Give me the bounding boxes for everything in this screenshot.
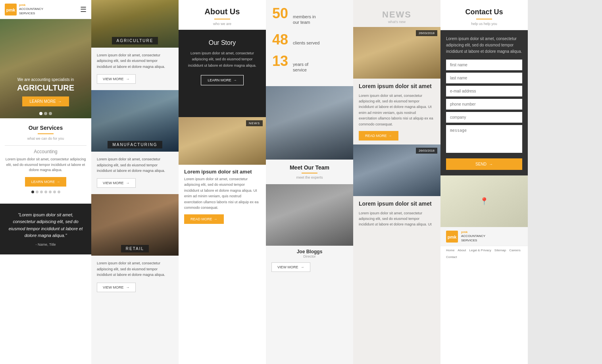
news-read-more-button[interactable]: READ MORE → — [184, 214, 224, 224]
email-input[interactable] — [446, 86, 522, 96]
news-article-text: Lorem ipsum dolor sit amet, consectetur … — [179, 176, 266, 210]
learn-btn-label: LEARN MORE — [31, 180, 55, 184]
learn-more-button[interactable]: LEARN MORE → — [25, 177, 67, 187]
article2-text: Lorem ipsum dolor sit amet, consectetur … — [353, 210, 440, 227]
map-inner: 📍 — [440, 175, 528, 227]
quote-text: "Lorem ipsum dolor sit amet, consectetur… — [6, 212, 85, 239]
footer-logo-icon: pmk — [446, 231, 458, 243]
column-1: pmk pmk ACCOUNTANCY SERVICES ☰ We are ac… — [0, 0, 91, 364]
footer-nav-about[interactable]: About — [458, 248, 466, 252]
contact-line — [476, 19, 492, 19]
hero-learn-more-button[interactable]: LEARN MORE → — [22, 96, 69, 106]
retail-label: RETAIL — [91, 245, 179, 252]
manufacturing-label: MANUFACTURING — [91, 141, 179, 148]
dot-3[interactable] — [49, 112, 52, 115]
footer-nav-sitemap[interactable]: Sitemap — [494, 248, 506, 252]
agriculture-view-more-button[interactable]: VIEW MORE → — [97, 74, 136, 84]
map-pin-icon: 📍 — [480, 197, 489, 206]
services-line — [38, 133, 54, 134]
stat-members: 50 members inour team — [272, 6, 347, 25]
cdot-5[interactable] — [49, 191, 52, 193]
cdot-4[interactable] — [44, 191, 47, 193]
view-btn-label: VIEW MORE — [103, 77, 124, 81]
contact-title: Contact Us — [446, 8, 522, 16]
stat-clients-number: 48 — [272, 33, 288, 47]
view-btn-label-mfg: VIEW MORE — [103, 181, 124, 185]
retail-view-more-button[interactable]: VIEW MORE → — [97, 283, 136, 292]
team-sub: meet the experts — [271, 175, 348, 179]
hero-btn-label: LEARN MORE — [29, 99, 56, 104]
news-article-title: Lorem ipsum dolor sit amet — [179, 165, 266, 176]
manufacturing-view-more-button[interactable]: VIEW MORE → — [97, 178, 136, 188]
arrow-icon: → — [126, 77, 130, 81]
logo-icon: pmk — [5, 4, 17, 15]
member-view-more-button[interactable]: VIEW MORE → — [271, 262, 310, 272]
header: pmk pmk ACCOUNTANCY SERVICES ☰ — [0, 0, 91, 19]
story-learn-more-button[interactable]: LEARN MORE → — [201, 75, 244, 85]
service-text: Lorem ipsum dolor sit amet, consectetur … — [5, 157, 87, 173]
divider — [5, 145, 87, 146]
svg-text:pmk: pmk — [448, 235, 457, 239]
agriculture-text: Lorem ipsum dolor sit amet, consectetur … — [91, 48, 179, 74]
footer-nav-contact[interactable]: Contact — [446, 255, 457, 259]
arrow-icon: → — [301, 265, 304, 269]
news-badge: NEWS — [246, 120, 263, 126]
phone-input[interactable] — [446, 99, 522, 110]
team-section: Meet Our Team meet the experts — [266, 160, 353, 184]
story-title: Our Story — [185, 39, 260, 46]
cdot-1[interactable] — [31, 191, 34, 193]
team-image — [266, 86, 353, 160]
about-section: About Us who we are — [179, 0, 266, 30]
cdot-2[interactable] — [36, 191, 38, 193]
service-name: Accounting — [5, 149, 87, 154]
footer-nav-careers[interactable]: Careers — [509, 248, 520, 252]
article1-read-more-button[interactable]: READ MORE → — [359, 131, 398, 141]
stat-years: 13 years ofservice — [272, 54, 347, 73]
map: 📍 — [440, 175, 528, 227]
footer-logo-text: pmk ACCOUNTANCY SERVICES — [461, 230, 485, 243]
retail-text: Lorem ipsum dolor sit amet, consectetur … — [91, 256, 179, 282]
stat-members-number: 50 — [272, 6, 288, 21]
cdot-3[interactable] — [40, 191, 43, 193]
article1-image: 26/03/2018 — [353, 27, 440, 79]
retail-image: RETAIL — [91, 194, 179, 256]
cdot-6[interactable] — [53, 191, 56, 193]
article2-image: 26/03/2018 — [353, 144, 440, 196]
retail-tag: RETAIL — [121, 245, 149, 252]
column-6: Contact Us help us help you Lorem ipsum … — [440, 0, 528, 364]
quote-section: "Lorem ipsum dolor sit amet, consectetur… — [0, 204, 91, 254]
view-btn-label-retail: VIEW MORE — [103, 285, 124, 289]
stats-section: 50 members inour team 48 clients served … — [266, 0, 353, 86]
first-name-input[interactable] — [446, 60, 522, 70]
footer-nav-legal[interactable]: Legal & Privacy — [469, 248, 491, 252]
read-btn-label: READ MORE — [190, 217, 212, 221]
footer-nav-home[interactable]: Home — [446, 248, 454, 252]
manufacturing-image: MANUFACTURING — [91, 90, 179, 152]
logo-text: pmk ACCOUNTANCY SERVICES — [19, 3, 43, 15]
article2-date: 26/03/2018 — [416, 148, 437, 154]
arrow-icon: → — [389, 134, 392, 138]
footer-logo-line3: SERVICES — [461, 239, 485, 243]
stat-clients-label: clients served — [293, 40, 319, 46]
manufacturing-tag: MANUFACTURING — [108, 141, 162, 148]
about-sub: who we are — [183, 22, 262, 26]
dot-2[interactable] — [44, 112, 47, 115]
message-input[interactable] — [446, 125, 522, 153]
article1-btn-label: READ MORE — [365, 134, 387, 138]
company-input[interactable] — [446, 112, 522, 123]
last-name-input[interactable] — [446, 73, 522, 83]
story-text: Lorem ipsum dolor sit amet, consectetur … — [185, 50, 260, 69]
quote-author: - Name, Title — [6, 243, 85, 247]
stat-years-number: 13 — [272, 54, 288, 68]
dot-1[interactable] — [39, 112, 42, 115]
team-line — [302, 173, 317, 173]
article1-date: 26/03/2018 — [416, 30, 437, 36]
member-image — [266, 184, 353, 246]
stat-clients: 48 clients served — [272, 33, 347, 47]
agriculture-image: AGRICULTURE — [91, 0, 179, 48]
agriculture-label: AGRICULTURE — [91, 37, 179, 44]
menu-icon[interactable]: ☰ — [80, 5, 87, 14]
send-button[interactable]: SEND → — [446, 158, 522, 170]
cdot-7[interactable] — [58, 191, 60, 193]
story-section: Our Story Lorem ipsum dolor sit amet, co… — [179, 30, 266, 117]
